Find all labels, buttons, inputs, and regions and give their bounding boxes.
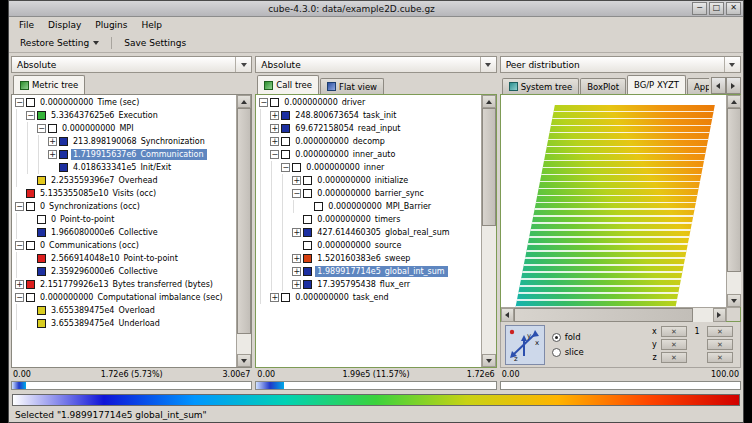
horizontal-scrollbar[interactable] [501, 307, 726, 322]
tree-item-point-to-point[interactable]: 0Point-to-point [12, 213, 236, 226]
expander-icon[interactable]: − [259, 98, 268, 107]
maximize-button[interactable]: □ [709, 2, 724, 15]
scroll-down-button[interactable] [482, 354, 496, 367]
tree-item-overhead[interactable]: 2.253559396e7Overhead [12, 174, 236, 187]
expander-icon[interactable]: + [48, 150, 57, 159]
dim-y-toggle-button-2[interactable]: ✕ [707, 339, 733, 350]
title-bar[interactable]: cube-4.3.0: data/example2D.cube.gz − □ ✕ [9, 1, 743, 17]
tree-item-underload[interactable]: 3.655389475e4Underload [12, 317, 236, 330]
scroll-up-button[interactable] [237, 95, 251, 108]
dim-z-toggle-button[interactable]: ✕ [661, 352, 687, 363]
tree-item-init-exit[interactable]: 4.018633341e5Init/Exit [12, 161, 236, 174]
expander-icon[interactable]: − [15, 241, 24, 250]
slice-radio[interactable]: slice [552, 347, 584, 357]
expander-icon[interactable]: − [26, 111, 35, 120]
tree-item-inner-auto[interactable]: −0.000000000inner_auto [256, 148, 480, 161]
vertical-scrollbar[interactable] [236, 95, 251, 367]
vertical-scrollbar[interactable] [726, 95, 741, 307]
tree-item-mpi[interactable]: −0.000000000MPI [12, 122, 236, 135]
scroll-down-button[interactable] [727, 294, 741, 307]
tree-item-timers[interactable]: 0.000000000timers [256, 213, 480, 226]
tree-item-flux-err[interactable]: +17.395795438flux_err [256, 278, 480, 291]
tree-item-barrier-sync[interactable]: −0.000000000barrier_sync [256, 187, 480, 200]
tab-system-tree[interactable]: System tree [502, 78, 580, 94]
tree-item-synchronization[interactable]: +213.898190068Synchronization [12, 135, 236, 148]
expander-icon[interactable]: − [270, 150, 279, 159]
scrollbar-thumb[interactable] [482, 108, 496, 226]
tree-item-source[interactable]: 0.000000000source [256, 239, 480, 252]
tree-item-decomp[interactable]: +0.000000000decomp [256, 135, 480, 148]
tab-boxplot[interactable]: BoxPlot [580, 78, 626, 94]
tab-bg-p-xyzt[interactable]: BG/P XYZT [627, 75, 686, 94]
scrollbar-track[interactable] [727, 108, 741, 294]
close-button[interactable]: ✕ [726, 2, 741, 15]
tree-item-synchronizations-occ[interactable]: −0Synchronizations (occ) [12, 200, 236, 213]
menu-item-plugins[interactable]: Plugins [88, 19, 134, 31]
scroll-up-button[interactable] [482, 95, 496, 108]
tree-item-global-int-sum[interactable]: +1.989917714e5global_int_sum [256, 265, 480, 278]
tree-item-collective[interactable]: 1.966080000e6Collective [12, 226, 236, 239]
tab-flat-view[interactable]: Flat view [320, 78, 384, 94]
expander-icon[interactable]: + [292, 267, 301, 276]
scrollbar-thumb[interactable] [727, 108, 741, 272]
expander-icon[interactable]: + [270, 137, 279, 146]
tree-item-task-init[interactable]: +248.800673654task_init [256, 109, 480, 122]
tree-item-visits-occ[interactable]: 5.135355085e10Visits (occ) [12, 187, 236, 200]
restore-setting-button[interactable]: Restore Setting [13, 35, 106, 51]
tree-item-point-to-point[interactable]: 2.566914048e10Point-to-point [12, 252, 236, 265]
tree-item-communications-occ[interactable]: −0Communications (occ) [12, 239, 236, 252]
topology-plot[interactable] [501, 95, 726, 307]
tree-item-overload[interactable]: 3.655389475e4Overload [12, 304, 236, 317]
scroll-up-button[interactable] [727, 95, 741, 108]
scroll-down-button[interactable] [237, 354, 251, 367]
expander-icon[interactable]: + [292, 280, 301, 289]
menu-item-help[interactable]: Help [135, 19, 170, 31]
tab-metric-tree[interactable]: Metric tree [13, 75, 85, 94]
expander-icon[interactable]: + [292, 176, 301, 185]
tree-item-read-input[interactable]: +69.672158054read_input [256, 122, 480, 135]
scrollbar-track[interactable] [482, 108, 496, 354]
expander-icon[interactable]: − [15, 293, 24, 302]
expander-icon[interactable]: + [48, 137, 57, 146]
expander-icon[interactable]: + [270, 293, 279, 302]
expander-icon[interactable]: + [270, 111, 279, 120]
scrollbar-track[interactable] [514, 308, 713, 322]
tab-scroll-right-button[interactable] [726, 77, 741, 94]
expander-icon[interactable]: − [292, 189, 301, 198]
minimize-button[interactable]: − [692, 2, 707, 15]
tree-item-bytes-transferred-bytes[interactable]: +2.151779926e13Bytes transferred (bytes) [12, 278, 236, 291]
tree-item-execution[interactable]: −5.336437625e6Execution [12, 109, 236, 122]
tree-item-driver[interactable]: −0.000000000driver [256, 96, 480, 109]
tree-item-communication[interactable]: +1.719915637e6Communication [12, 148, 236, 161]
expander-icon[interactable]: − [15, 98, 24, 107]
save-settings-button[interactable]: Save Settings [117, 35, 193, 51]
expander-icon[interactable]: − [15, 202, 24, 211]
dim-x-toggle-button[interactable]: ✕ [661, 326, 687, 337]
system-value-mode-combobox[interactable]: Peer distribution [500, 56, 741, 73]
tree-item-inner[interactable]: −0.000000000inner [256, 161, 480, 174]
vertical-scrollbar[interactable] [481, 95, 496, 367]
scrollbar-track[interactable] [237, 108, 251, 354]
dim-x-toggle-button-2[interactable]: ✕ [707, 326, 733, 337]
call-value-mode-combobox[interactable]: Absolute [255, 56, 496, 73]
expander-icon[interactable]: + [15, 280, 24, 289]
expander-icon[interactable]: + [270, 124, 279, 133]
axes-rotate-control[interactable]: x y z [505, 325, 545, 365]
scrollbar-thumb[interactable] [514, 308, 693, 322]
tab-call-tree[interactable]: Call tree [257, 75, 319, 94]
dim-z-toggle-button-2[interactable]: ✕ [707, 352, 733, 363]
tree-item-computational-imbalance-sec[interactable]: −0.000000000Computational imbalance (sec… [12, 291, 236, 304]
menu-item-file[interactable]: File [12, 19, 41, 31]
tree-item-global-real-sum[interactable]: +427.614460305global_real_sum [256, 226, 480, 239]
tree-item-sweep[interactable]: +1.520160383e6sweep [256, 252, 480, 265]
scroll-left-button[interactable] [501, 308, 514, 322]
expander-icon[interactable]: − [281, 163, 290, 172]
fold-radio[interactable]: fold [552, 332, 584, 342]
tree-item-time-sec[interactable]: −0.000000000Time (sec) [12, 96, 236, 109]
tree-item-task-end[interactable]: +0.000000000task_end [256, 291, 480, 304]
tree-item-mpi-barrier[interactable]: 0.000000000MPI_Barrier [256, 200, 480, 213]
dim-y-toggle-button[interactable]: ✕ [661, 339, 687, 350]
scroll-right-button[interactable] [713, 308, 726, 322]
topology-layers[interactable] [515, 105, 715, 307]
expander-icon[interactable]: − [37, 124, 46, 133]
